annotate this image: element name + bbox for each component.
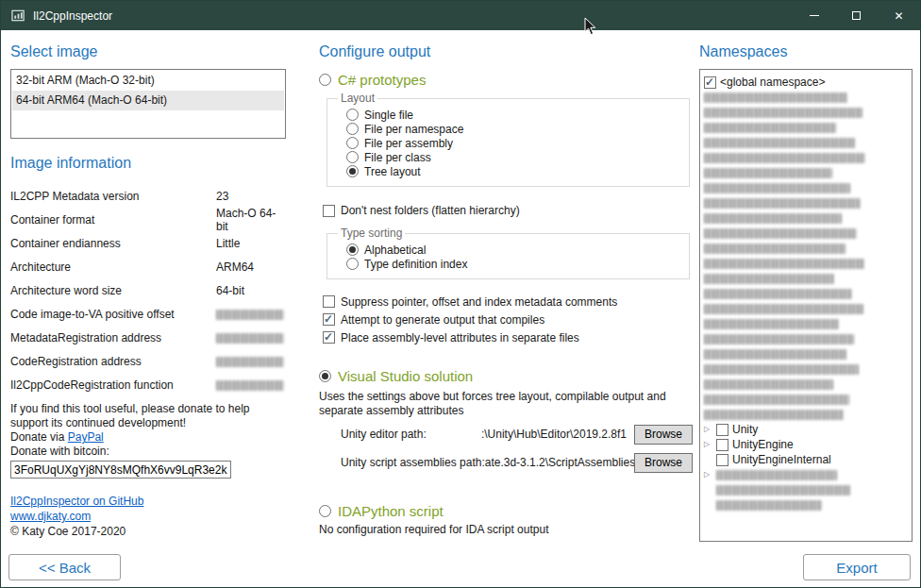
namespace-item[interactable] [704, 150, 908, 165]
app-window: Il2CppInspector Select image 32-bit ARM … [0, 0, 921, 588]
csharp-checkbox[interactable] [323, 313, 335, 326]
layout-option[interactable]: Tree layout [346, 164, 681, 178]
layout-option[interactable]: File per assembly [346, 136, 681, 150]
namespace-item[interactable]: ▷Unity [704, 422, 908, 437]
layout-radio[interactable] [346, 151, 359, 163]
namespace-item[interactable]: ▷UnityEngine [704, 437, 908, 452]
listbox-item[interactable]: 32-bit ARM (Mach-O 32-bit) [12, 71, 284, 91]
namespace-item[interactable] [704, 180, 908, 195]
redacted-namespace [704, 92, 847, 103]
csharp-checkbox-row[interactable]: Attempt to generate output that compiles [323, 311, 693, 328]
layout-radio[interactable] [346, 137, 359, 149]
flatten-checkbox[interactable] [323, 205, 335, 217]
redacted-value [216, 357, 284, 367]
browse-button[interactable]: Browse [634, 425, 693, 445]
close-button[interactable] [878, 1, 920, 30]
info-row: Code image-to-VA positive offset [10, 302, 286, 326]
namespace-checkbox[interactable] [716, 454, 728, 466]
csharp-checkbox[interactable] [323, 331, 335, 344]
back-button[interactable]: << Back [8, 554, 121, 580]
browse-button[interactable]: Browse [634, 453, 693, 473]
namespace-item[interactable] [704, 361, 908, 377]
info-value: ARM64 [216, 260, 286, 274]
namespaces-list[interactable]: <global namespace>▷Unity▷UnityEngineUnit… [699, 69, 913, 542]
vs-field-row: Unity script assemblies path:ate.3d-3.1.… [341, 452, 693, 473]
bitcoin-address-input[interactable] [10, 461, 231, 479]
layout-radio[interactable] [346, 109, 359, 121]
namespace-checkbox[interactable] [716, 424, 728, 436]
namespace-item[interactable]: ▷ [704, 467, 908, 482]
redacted-namespace [704, 364, 859, 375]
namespace-item[interactable] [704, 105, 908, 120]
namespace-item[interactable] [704, 256, 908, 271]
sorting-option[interactable]: Alphabetical [346, 243, 681, 257]
layout-option[interactable]: Single file [346, 108, 681, 122]
ida-radio[interactable] [319, 505, 331, 517]
sorting-option[interactable]: Type definition index [346, 257, 681, 271]
namespace-item[interactable] [704, 392, 908, 407]
sorting-option-label: Alphabetical [364, 244, 426, 257]
configure-output-panel: Configure output C# prototypes Layout Si… [319, 35, 693, 537]
flatten-checkbox-row[interactable]: Don't nest folders (flatten hierarchy) [323, 203, 693, 218]
csharp-checkbox-row[interactable]: Place assembly-level attributes in separ… [323, 328, 693, 346]
csharp-checkbox-row[interactable]: Suppress pointer, offset and index metad… [323, 293, 693, 311]
namespace-item[interactable] [704, 210, 908, 226]
namespace-item[interactable] [704, 497, 908, 512]
namespace-item[interactable] [704, 301, 908, 316]
visual-studio-option[interactable]: Visual Studio solution [319, 368, 693, 384]
namespace-item[interactable] [704, 331, 908, 346]
csharp-radio[interactable] [319, 74, 331, 86]
info-value [216, 355, 286, 368]
namespace-item[interactable] [704, 135, 908, 150]
github-link[interactable]: Il2CppInspector on GitHub [10, 495, 143, 508]
redacted-namespace [704, 213, 842, 224]
namespace-checkbox[interactable] [704, 76, 716, 89]
expander-icon[interactable]: ▷ [704, 422, 712, 437]
idapython-option[interactable]: IDAPython script [319, 503, 693, 519]
namespace-item[interactable] [704, 90, 908, 105]
namespace-item[interactable]: UnityEngineInternal [704, 452, 908, 467]
namespace-item[interactable] [704, 271, 908, 286]
image-listbox[interactable]: 32-bit ARM (Mach-O 32-bit)64-bit ARM64 (… [10, 69, 286, 139]
namespace-item[interactable] [704, 226, 908, 241]
vs-field-value: ate.3d-3.1.2\ScriptAssemblies [485, 456, 634, 469]
listbox-item[interactable]: 64-bit ARM64 (Mach-O 64-bit) [12, 91, 284, 110]
layout-radio[interactable] [346, 123, 359, 135]
layout-option[interactable]: File per namespace [346, 122, 681, 136]
maximize-button[interactable] [835, 1, 878, 30]
vs-radio[interactable] [319, 370, 331, 382]
redacted-namespace [716, 485, 850, 496]
expander-icon[interactable]: ▷ [704, 437, 712, 452]
namespace-label: UnityEngineInternal [732, 453, 831, 466]
website-link[interactable]: www.djkaty.com [10, 510, 91, 523]
paypal-link[interactable]: PayPal [68, 430, 104, 444]
vs-description: Uses the settings above but forces tree … [319, 390, 693, 418]
expander-icon[interactable]: ▷ [704, 467, 712, 482]
sorting-radio[interactable] [346, 258, 359, 270]
namespace-item[interactable] [704, 407, 908, 422]
vs-fields: Unity editor path::\Unity\Hub\Editor\201… [341, 424, 693, 473]
namespace-item[interactable] [704, 377, 908, 392]
info-value [216, 378, 286, 392]
layout-option[interactable]: File per class [346, 150, 681, 164]
layout-option-label: Single file [364, 109, 413, 122]
namespace-item[interactable] [704, 241, 908, 256]
export-button[interactable]: Export [803, 554, 911, 580]
minimize-button[interactable] [793, 1, 835, 30]
csharp-prototypes-option[interactable]: C# prototypes [319, 72, 693, 88]
namespace-checkbox[interactable] [716, 439, 728, 451]
layout-radio[interactable] [346, 165, 359, 177]
namespace-item[interactable] [704, 195, 908, 210]
namespace-item[interactable] [704, 286, 908, 301]
namespace-item[interactable] [704, 165, 908, 180]
csharp-checkbox[interactable] [323, 295, 335, 308]
namespace-item[interactable] [704, 482, 908, 497]
namespace-item[interactable]: <global namespace> [704, 75, 908, 90]
redacted-namespace [716, 470, 837, 480]
namespace-item[interactable] [704, 120, 908, 135]
sorting-radio[interactable] [346, 244, 359, 256]
namespace-item[interactable] [704, 346, 908, 361]
namespace-item[interactable] [704, 316, 908, 331]
donate-via-text: Donate via [10, 430, 68, 444]
left-panel: Select image 32-bit ARM (Mach-O 32-bit)6… [10, 35, 286, 539]
